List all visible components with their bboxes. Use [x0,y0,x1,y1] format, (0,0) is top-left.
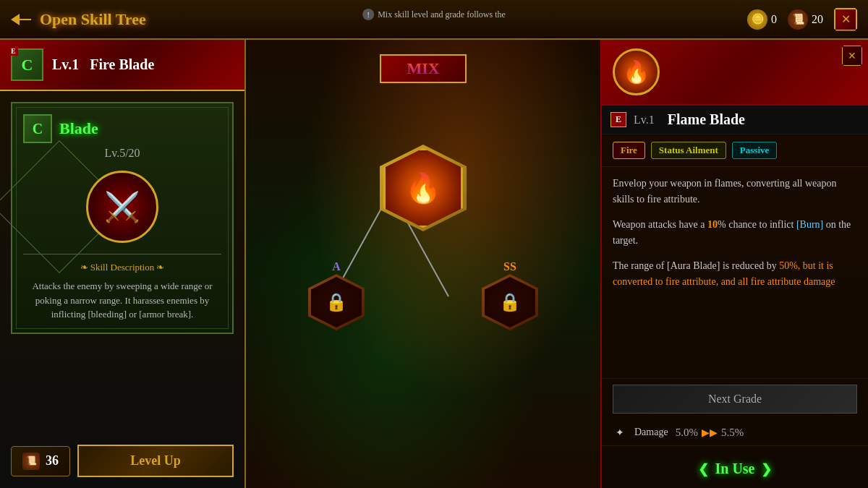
scroll-icon-top: 📜 [788,9,808,30]
desc-text-2b: 10 [707,219,718,230]
desc-paragraph-3: The range of [Aura Blade] is reduced by … [613,258,857,291]
skill-icon: ⚔️ [104,190,140,224]
skill-full-description: Envelop your weapon in flames, convertin… [602,167,868,379]
damage-to: 5.5% [721,427,744,439]
mix-notice: ! Mix skill level and grade follows the [362,9,506,20]
skill-tree-container: 🔥 A 🔒 SS 🔒 [246,76,600,488]
close-button[interactable]: ✕ [834,8,857,31]
top-bar: Open Skill Tree ! Mix skill level and gr… [0,0,868,40]
skill-icon-container: ⚔️ [23,171,221,243]
in-use-arrow-left: ❮ [698,461,709,477]
card-grade-letter: C [33,121,43,137]
damage-section: ✦ Damage 5.0% ▶▶ 5.5% [602,419,868,446]
right-top: 🔥 ✕ [602,40,868,106]
scroll-cost-icon: 📜 [22,453,40,470]
damage-label: Damage [634,427,668,438]
lock-icon-ss: 🔒 [499,292,521,312]
level-up-button[interactable]: Level Up [77,445,234,477]
skill-icon-circle: ⚔️ [86,171,158,243]
skill-tags: Fire Status Ailment Passive [602,134,868,167]
hex-node-ss: 🔒 [485,277,535,328]
flame-blade-level: Lv.1 [634,114,655,127]
resource-gold: 🪙 0 [747,9,777,30]
scroll-cost-value: 36 [46,453,59,468]
right-close-button[interactable]: ✕ [842,46,862,66]
lock-icon-a: 🔒 [326,292,347,312]
gold-value: 0 [771,13,777,26]
tag-passive: Passive [732,142,777,159]
resource-scroll: 📜 20 [788,9,823,30]
hex-node-a: 🔒 [311,277,362,328]
next-grade-button[interactable]: Next Grade [613,385,857,414]
node-ss[interactable]: SS 🔒 [485,271,535,328]
skill-card: C Blade Lv.5/20 ⚔️ ❧ Skill Description ❧… [11,102,234,334]
skill-desc-text: Attacks the enemy by sweeping a wide ran… [23,279,221,322]
card-skill-name: Blade [59,119,98,138]
skill-card-grade-row: C Blade [23,114,221,143]
center-panel: MIX 🔥 A 🔒 [246,40,600,488]
card-grade-icon: C [23,114,52,143]
desc-text-1: Envelop your weapon in flames, convertin… [613,178,836,205]
skill-name-text: Fire Blade [90,56,154,72]
flame-blade-title: Flame Blade [668,111,745,128]
tag-fire: Fire [613,142,645,159]
skill-level-header: Lv.1 [52,56,79,72]
hex-main-icon: 🔥 [383,148,463,228]
skill-name-header: Lv.1 Fire Blade [52,56,154,73]
left-panel: E C Lv.1 Fire Blade C Blade Lv.5/20 [0,40,246,488]
desc-text-2a: Weapon attacks have a [613,219,707,230]
scroll-value: 20 [812,13,823,26]
grade-prefix: E [9,46,18,56]
skill-grade-badge: E C [11,48,43,81]
grade-letter: C [22,56,33,74]
skill-header: E C Lv.1 Fire Blade [0,40,244,91]
in-use-display: ❮ In Use ❯ [698,461,771,477]
right-skill-icon: 🔥 [613,48,660,95]
damage-values: 5.0% ▶▶ 5.5% [676,427,744,439]
in-use-label: In Use [715,461,754,477]
main-content: E C Lv.1 Fire Blade C Blade Lv.5/20 [0,40,868,488]
tree-connection-lines [246,76,600,488]
damage-from: 5.0% [676,427,698,439]
tag-status-ailment: Status Ailment [651,142,726,159]
level-up-section: 📜 36 Level Up [0,437,244,488]
back-button[interactable] [11,14,31,25]
gold-icon: 🪙 [747,9,767,30]
desc-text-3a: The range of [Aura Blade] is reduced by [613,260,779,271]
right-fire-icon: 🔥 [623,59,650,85]
in-use-section: ❮ In Use ❯ [602,450,868,488]
right-panel: 🔥 ✕ E Lv.1 Flame Blade Fire Status Ailme… [600,40,868,488]
node-a[interactable]: A 🔒 [311,271,362,328]
damage-arrow: ▶▶ [702,427,718,439]
node-ss-grade: SS [503,260,516,273]
desc-text-2d: [Burn] [796,219,823,230]
desc-text-2c: % chance to inflict [718,219,796,230]
level-up-cost: 📜 36 [11,446,70,476]
page-title: Open Skill Tree [40,10,146,29]
desc-text-3b: 50 [779,260,789,271]
top-right-resources: 🪙 0 📜 20 ✕ [747,8,857,31]
node-a-grade: A [332,260,341,273]
in-use-arrow-right: ❯ [761,461,772,477]
desc-paragraph-2: Weapon attacks have a 10% chance to infl… [613,217,857,249]
main-skill-node[interactable]: 🔥 [383,148,463,228]
damage-icon: ✦ [613,425,627,440]
flame-blade-header: E Lv.1 Flame Blade [602,106,868,134]
notice-icon: ! [362,9,374,20]
desc-paragraph-1: Envelop your weapon in flames, convertin… [613,176,857,208]
flame-grade-badge: E [610,112,626,127]
mix-notice-text: Mix skill level and grade follows the [378,9,506,20]
